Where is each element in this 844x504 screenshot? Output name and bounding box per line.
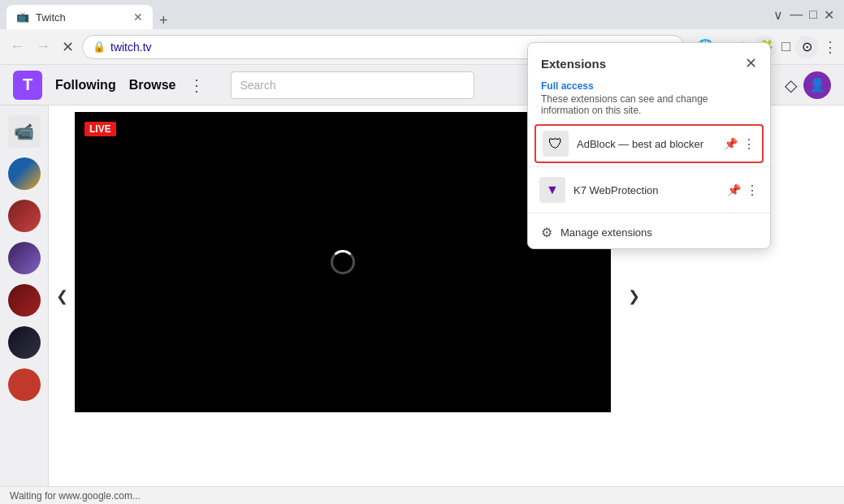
adblock-pin-button[interactable]: 📌 xyxy=(724,137,738,150)
adblock-actions: 📌 ⋮ xyxy=(724,136,755,152)
new-tab-button[interactable]: + xyxy=(153,12,175,29)
loading-spinner xyxy=(331,250,355,274)
manage-extensions-button[interactable]: ⚙ Manage extensions xyxy=(528,217,770,248)
nav-following[interactable]: Following xyxy=(55,78,116,93)
full-access-label: Full access xyxy=(528,77,770,93)
menu-left-icon[interactable]: ∨ xyxy=(773,7,783,23)
profile-button[interactable]: ⊙ xyxy=(795,36,818,58)
popup-title: Extensions xyxy=(541,57,606,71)
diamond-icon[interactable]: ◇ xyxy=(785,75,797,95)
k7-pin-button[interactable]: 📌 xyxy=(727,183,741,196)
sidebar-video-icon[interactable]: 📹 xyxy=(8,115,41,148)
back-button[interactable]: ← xyxy=(6,35,28,58)
more-options-icon[interactable]: ⋮ xyxy=(823,38,838,56)
tab-favicon: 📺 xyxy=(16,11,29,24)
search-box[interactable]: Search xyxy=(231,71,474,99)
k7-extension-item[interactable]: ▼ K7 WebProtection 📌 ⋮ xyxy=(528,170,770,209)
nav-browse[interactable]: Browse xyxy=(129,78,176,93)
k7-icon: ▼ xyxy=(539,177,565,203)
ext-divider xyxy=(528,166,770,167)
maximize-button[interactable]: □ xyxy=(809,7,817,22)
extensions-popup: Extensions ✕ Full access These extension… xyxy=(527,42,771,249)
nav-more-button[interactable]: ⋮ xyxy=(188,75,205,95)
lock-icon: 🔒 xyxy=(93,41,106,53)
sidebar-item-bigmoist[interactable] xyxy=(8,157,41,190)
adblock-name: AdBlock — best ad blocker xyxy=(577,138,716,150)
adblock-icon: 🛡 xyxy=(543,131,569,157)
popup-close-button[interactable]: ✕ xyxy=(745,54,757,72)
sidebar-item-ch4[interactable] xyxy=(8,326,41,359)
split-screen-icon[interactable]: □ xyxy=(781,38,790,55)
active-tab[interactable]: 📺 Twitch ✕ xyxy=(6,5,153,29)
adblock-more-button[interactable]: ⋮ xyxy=(742,136,755,152)
sidebar-item-ch2[interactable] xyxy=(8,242,41,274)
forward-button[interactable]: → xyxy=(32,35,54,58)
prev-arrow[interactable]: ❮ xyxy=(50,285,73,308)
tab-title: Twitch xyxy=(36,11,127,24)
reload-button[interactable]: ✕ xyxy=(58,35,77,59)
window-controls: ∨ — □ ✕ xyxy=(773,7,838,23)
browser-titlebar: 📺 Twitch ✕ + ∨ — □ ✕ xyxy=(0,0,844,29)
window-close-button[interactable]: ✕ xyxy=(824,7,834,23)
nav-right: ◇ 👤 xyxy=(785,71,831,99)
sidebar: 📹 xyxy=(0,106,49,486)
full-access-desc: These extensions can see and change info… xyxy=(528,93,770,123)
sidebar-item-ch1[interactable] xyxy=(8,200,41,232)
status-bar: Waiting for www.google.com... xyxy=(0,486,844,504)
twitch-logo[interactable]: T xyxy=(13,71,42,100)
adblock-extension-item[interactable]: 🛡 AdBlock — best ad blocker 📌 ⋮ xyxy=(535,124,764,163)
gear-icon: ⚙ xyxy=(541,225,552,240)
status-text: Waiting for www.google.com... xyxy=(10,490,141,502)
next-arrow[interactable]: ❯ xyxy=(622,285,645,308)
tab-close-button[interactable]: ✕ xyxy=(133,11,143,24)
ext-divider-2 xyxy=(528,213,770,213)
user-avatar[interactable]: 👤 xyxy=(803,71,831,99)
k7-more-button[interactable]: ⋮ xyxy=(746,183,759,198)
url-text: twitch.tv xyxy=(110,41,152,54)
minimize-button[interactable]: — xyxy=(790,7,803,22)
k7-actions: 📌 ⋮ xyxy=(727,183,759,198)
sidebar-item-ch3[interactable] xyxy=(8,284,41,317)
sidebar-item-ch5[interactable] xyxy=(8,368,41,401)
k7-name: K7 WebProtection xyxy=(573,184,719,196)
live-badge: LIVE xyxy=(84,122,116,136)
search-placeholder: Search xyxy=(240,79,275,92)
popup-header: Extensions ✕ xyxy=(528,43,770,77)
manage-extensions-label: Manage extensions xyxy=(561,226,652,239)
tab-bar: 📺 Twitch ✕ + xyxy=(6,0,770,29)
